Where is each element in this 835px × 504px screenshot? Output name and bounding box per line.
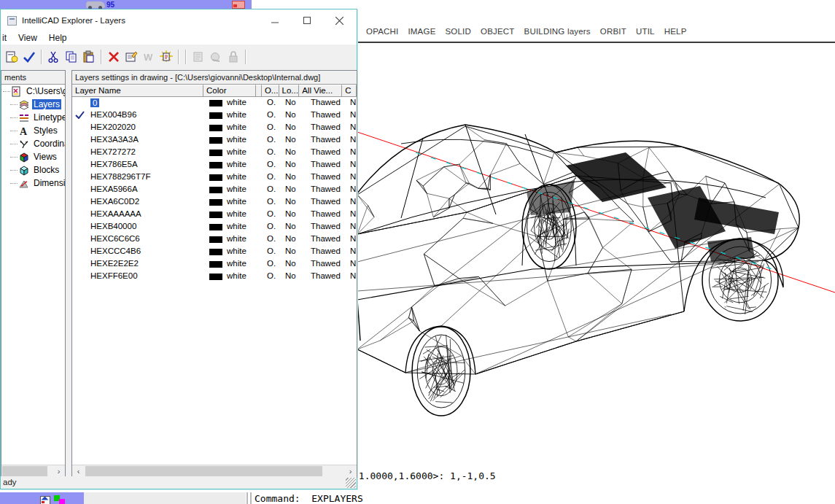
table-row[interactable]: HEXB40000whiteO.NoThawedN bbox=[72, 221, 357, 233]
table-row[interactable]: HEXC6C6C6whiteO.NoThawedN bbox=[72, 233, 357, 246]
paste-button[interactable] bbox=[80, 48, 98, 66]
lock-state[interactable]: No bbox=[285, 98, 296, 106]
table-row[interactable]: HEX788296T7FwhiteO.NoThawedN bbox=[72, 171, 357, 184]
all-viewports-state[interactable]: Thawed bbox=[311, 147, 341, 156]
table-row[interactable]: 0whiteO.NoThawedN bbox=[72, 97, 357, 109]
color-swatch[interactable] bbox=[209, 112, 222, 119]
menu-item-it[interactable]: it bbox=[2, 33, 7, 43]
column-header-allvie[interactable]: All Vie... bbox=[299, 85, 342, 97]
color-swatch[interactable] bbox=[209, 274, 222, 280]
lock-state[interactable]: No bbox=[285, 110, 296, 119]
cut-button[interactable] bbox=[45, 48, 63, 66]
lock-state[interactable]: No bbox=[285, 222, 296, 230]
all-viewports-state[interactable]: Thawed bbox=[311, 209, 341, 218]
table-row[interactable]: HEXFF6E00whiteO.NoThawedN bbox=[72, 271, 357, 283]
table-row[interactable]: HEX3A3A3AwhiteO.NoThawedN bbox=[72, 134, 357, 147]
table-row[interactable]: HEX786E5AwhiteO.NoThawedN bbox=[72, 159, 357, 171]
color-swatch[interactable] bbox=[209, 249, 222, 255]
regen-button[interactable] bbox=[158, 48, 175, 66]
color-swatch[interactable] bbox=[209, 224, 222, 230]
color-swatch[interactable] bbox=[209, 174, 222, 181]
menu-item-view[interactable]: View bbox=[18, 33, 37, 43]
scroll-thumb[interactable] bbox=[2, 466, 47, 477]
on-state[interactable]: O. bbox=[267, 247, 276, 255]
lock-state[interactable]: No bbox=[285, 234, 296, 243]
delete-button[interactable] bbox=[105, 48, 123, 66]
all-viewports-state[interactable]: Thawed bbox=[311, 222, 341, 230]
cad-menu-item-building-layers[interactable]: BUILDING layers bbox=[524, 27, 591, 36]
scroll-thumb[interactable] bbox=[85, 466, 322, 477]
on-state[interactable]: O. bbox=[267, 234, 276, 243]
column-header-blank[interactable] bbox=[256, 85, 262, 97]
column-header-lo[interactable]: Lo... bbox=[279, 85, 300, 97]
drawing-canvas[interactable] bbox=[357, 43, 835, 469]
on-state[interactable]: O. bbox=[267, 135, 276, 144]
table-row[interactable]: HEX202020whiteO.NoThawedN bbox=[72, 122, 357, 134]
color-swatch[interactable] bbox=[209, 187, 222, 193]
tree-root-drawing[interactable]: C:\Users\gio bbox=[1, 85, 65, 98]
maximize-button[interactable] bbox=[291, 9, 323, 31]
title-bar[interactable]: IntelliCAD Explorer - Layers bbox=[1, 9, 357, 31]
table-row[interactable]: HEXCCC4B6whiteO.NoThawedN bbox=[72, 246, 357, 258]
sidebar-item-coordina[interactable]: Coordina bbox=[1, 137, 65, 150]
tree-hscrollbar[interactable]: › bbox=[1, 465, 65, 477]
lock-state[interactable]: No bbox=[285, 123, 296, 131]
lock-state[interactable]: No bbox=[285, 197, 296, 206]
on-state[interactable]: O. bbox=[267, 123, 276, 131]
table-row[interactable]: HEX727272whiteO.NoThawedN bbox=[72, 147, 357, 159]
lock-state[interactable]: No bbox=[285, 160, 296, 168]
column-header-o[interactable]: O... bbox=[262, 85, 279, 97]
lock-state[interactable]: No bbox=[285, 172, 296, 181]
table-row[interactable]: HEXE2E2E2whiteO.NoThawedN bbox=[72, 258, 357, 271]
on-state[interactable]: O. bbox=[267, 98, 276, 106]
cad-menu-item-solid[interactable]: SOLID bbox=[446, 27, 472, 36]
cad-menu-item-image[interactable]: IMAGE bbox=[408, 27, 435, 36]
menu-item-help[interactable]: Help bbox=[49, 33, 67, 43]
on-state[interactable]: O. bbox=[267, 172, 276, 181]
all-viewports-state[interactable]: Thawed bbox=[311, 259, 341, 268]
close-button[interactable] bbox=[323, 9, 355, 31]
cad-menu-item-object[interactable]: OBJECT bbox=[481, 27, 515, 36]
color-swatch[interactable] bbox=[209, 236, 222, 243]
column-header-c[interactable]: C bbox=[342, 85, 357, 97]
lock-state[interactable]: No bbox=[285, 135, 296, 144]
lock-state[interactable]: No bbox=[285, 147, 296, 156]
cad-menu-item-orbit[interactable]: ORBIT bbox=[600, 27, 626, 36]
sidebar-item-linetypes[interactable]: Linetypes bbox=[1, 111, 65, 124]
shortcut-icon[interactable] bbox=[40, 496, 50, 504]
all-viewports-state[interactable]: Thawed bbox=[311, 172, 341, 181]
cad-menu-item-util[interactable]: UTIL bbox=[636, 27, 655, 36]
column-header-color[interactable]: Color bbox=[203, 85, 256, 97]
color-swatch[interactable] bbox=[209, 212, 222, 218]
lock-state[interactable]: No bbox=[285, 271, 296, 280]
all-viewports-state[interactable]: Thawed bbox=[311, 98, 341, 106]
table-row[interactable]: HEXAAAAAAwhiteO.NoThawedN bbox=[72, 209, 357, 221]
all-viewports-state[interactable]: Thawed bbox=[311, 197, 341, 206]
on-state[interactable]: O. bbox=[267, 259, 276, 268]
command-input-line[interactable]: Command: EXPLAYERS bbox=[255, 493, 363, 504]
color-swatch[interactable] bbox=[209, 162, 222, 168]
table-row[interactable]: HEX004B96whiteO.NoThawedN bbox=[72, 109, 357, 122]
lock-state[interactable]: No bbox=[285, 185, 296, 193]
on-state[interactable]: O. bbox=[267, 271, 276, 280]
on-state[interactable]: O. bbox=[267, 209, 276, 218]
cad-menu-item-help[interactable]: HELP bbox=[664, 27, 687, 36]
lock-state[interactable]: No bbox=[285, 259, 296, 268]
color-swatch[interactable] bbox=[209, 150, 222, 156]
on-state[interactable]: O. bbox=[267, 147, 276, 156]
on-state[interactable]: O. bbox=[267, 197, 276, 206]
all-viewports-state[interactable]: Thawed bbox=[311, 123, 341, 131]
sidebar-item-layers[interactable]: Layers bbox=[1, 98, 65, 111]
all-viewports-state[interactable]: Thawed bbox=[311, 247, 341, 255]
on-state[interactable]: O. bbox=[267, 185, 276, 193]
copy-button[interactable] bbox=[63, 48, 80, 66]
color-swatch[interactable] bbox=[209, 125, 222, 131]
cad-menu-item-opachi[interactable]: OPACHI bbox=[366, 27, 398, 36]
color-swatch[interactable] bbox=[209, 100, 222, 106]
sidebar-item-dimensio[interactable]: Dimensio bbox=[1, 177, 65, 190]
on-state[interactable]: O. bbox=[267, 110, 276, 119]
all-viewports-state[interactable]: Thawed bbox=[311, 234, 341, 243]
on-state[interactable]: O. bbox=[267, 222, 276, 230]
table-hscrollbar[interactable]: ‹ › bbox=[72, 465, 357, 477]
sidebar-item-blocks[interactable]: Blocks bbox=[1, 163, 65, 177]
